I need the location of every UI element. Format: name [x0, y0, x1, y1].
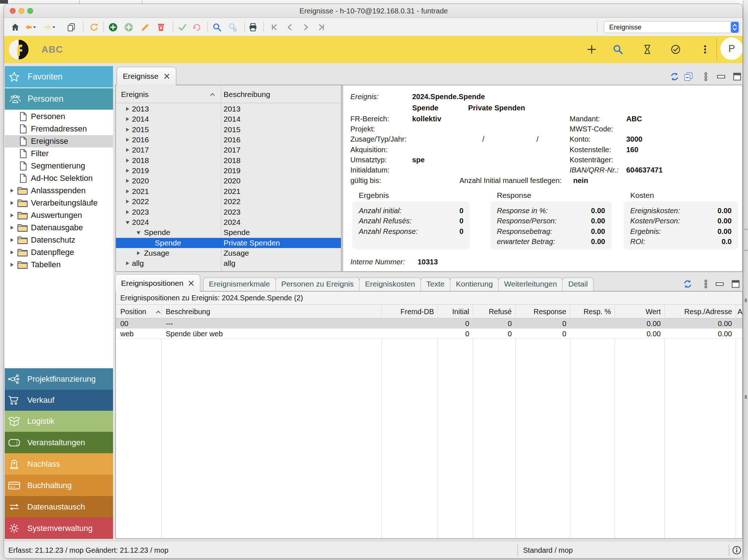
panel-more-button[interactable]	[700, 71, 711, 82]
caret-right-icon[interactable]	[125, 158, 130, 163]
sidebar-module-systemverwaltung[interactable]: Systemverwaltung	[5, 518, 113, 539]
sidebar-item-tabellen[interactable]: Tabellen	[5, 259, 113, 271]
appbar-tasks-button[interactable]	[669, 42, 683, 56]
sidebar-module-buchhaltung[interactable]: Buchhaltung	[5, 475, 113, 496]
caret-right-icon[interactable]	[125, 199, 130, 204]
tree-row[interactable]: 20232023	[116, 207, 341, 217]
sidebar-module-projektfinanzierung[interactable]: Projektfinanzierung	[5, 368, 113, 390]
toolbar-add-copy-button[interactable]	[123, 22, 136, 33]
caret-right-icon[interactable]	[9, 188, 15, 193]
column-header-beschreibung[interactable]: Beschreibung	[166, 305, 210, 318]
caret-right-icon[interactable]	[9, 200, 15, 206]
tree-row[interactable]: 20172017	[116, 145, 341, 155]
tree-row[interactable]: ZusageZusage	[116, 248, 341, 258]
appbar-search-button[interactable]	[611, 42, 625, 56]
toolbar-search-button[interactable]	[212, 22, 224, 33]
caret-right-icon[interactable]	[125, 168, 130, 173]
panel-refresh-button[interactable]	[669, 71, 680, 82]
column-header-a[interactable]: A	[737, 305, 742, 318]
panel-minimize-button[interactable]	[716, 71, 727, 82]
toolbar-nav-next-button[interactable]	[300, 22, 313, 33]
toolbar-delete-button[interactable]	[156, 22, 168, 33]
tab-ereignispositionen[interactable]: Ereignispositionen	[115, 274, 200, 292]
tree-row[interactable]: allgallg	[116, 258, 341, 268]
tree-row[interactable]: 20212021	[116, 186, 341, 196]
sidebar-item-filter[interactable]: Filter	[5, 147, 113, 160]
tree-row[interactable]: 20142014	[116, 114, 341, 124]
tab-kontierung[interactable]: Kontierung	[450, 277, 499, 291]
appbar-history-button[interactable]	[640, 42, 654, 56]
tree-row[interactable]: SpendePrivate Spenden	[116, 238, 341, 248]
sidebar-module-datenaustausch[interactable]: Datenaustausch	[5, 496, 113, 518]
appbar-more-button[interactable]	[698, 42, 712, 56]
caret-right-icon[interactable]	[125, 127, 130, 132]
sidebar-item-fremdadressen[interactable]: Fremdadressen	[5, 123, 113, 135]
context-selector[interactable]: Ereignisse	[604, 21, 740, 33]
caret-right-icon[interactable]	[125, 117, 130, 122]
sidebar-item-verarbeitungsl-ufe[interactable]: Verarbeitungsläufe	[5, 197, 113, 209]
toolbar-confirm-button[interactable]	[177, 22, 189, 33]
column-header-resp-adresse[interactable]: Resp./Adresse	[652, 305, 732, 318]
sidebar-item-ad-hoc-selektion[interactable]: Ad-Hoc Selektion	[5, 172, 113, 184]
close-icon[interactable]	[164, 73, 170, 80]
caret-right-icon[interactable]	[125, 106, 130, 111]
tree-column-header-ereignis[interactable]: Ereignis	[121, 85, 149, 103]
toolbar-back-button[interactable]	[24, 22, 39, 33]
sidebar-module-verkauf[interactable]: Verkauf	[5, 390, 113, 411]
tree-row[interactable]: 20162016	[116, 135, 341, 145]
tab-personen-zu-ereignis[interactable]: Personen zu Ereignis	[276, 277, 360, 291]
sidebar-item-auswertungen[interactable]: Auswertungen	[5, 209, 113, 222]
toolbar-undo-button[interactable]	[191, 22, 204, 33]
caret-right-icon[interactable]	[125, 178, 130, 183]
column-header-wert[interactable]: Wert	[581, 305, 661, 318]
appbar-add-button[interactable]	[585, 42, 599, 56]
caret-down-icon[interactable]	[125, 220, 130, 225]
tab-ereignismerkmale[interactable]: Ereignismerkmale	[203, 277, 276, 291]
sidebar-item-ereignisse[interactable]: Ereignisse	[5, 135, 113, 147]
tree-row[interactable]: 20132013	[116, 104, 341, 114]
tree-row[interactable]: 20192019	[116, 166, 341, 176]
tab-detail[interactable]: Detail	[562, 277, 594, 291]
toolbar-add-button[interactable]	[108, 22, 120, 33]
toolbar-duplicate-window-button[interactable]	[66, 22, 78, 33]
caret-down-icon[interactable]	[136, 230, 141, 235]
tree-row[interactable]: 20152015	[116, 125, 341, 135]
tree-row[interactable]: 20202020	[116, 176, 341, 186]
toolbar-nav-last-button[interactable]	[316, 22, 328, 33]
user-avatar[interactable]: P	[720, 37, 743, 60]
caret-right-icon[interactable]	[125, 210, 130, 215]
sidebar-item-datenschutz[interactable]: Datenschutz	[5, 234, 113, 246]
tree-row[interactable]: SpendeSpende	[116, 227, 341, 238]
tab-ereignisse[interactable]: Ereignisse	[117, 67, 176, 85]
caret-right-icon[interactable]	[125, 147, 130, 153]
toolbar-edit-button[interactable]	[140, 22, 152, 33]
caret-right-icon[interactable]	[9, 225, 15, 230]
table-row[interactable]: 00---0000.000.00	[116, 318, 742, 329]
panel-minimize-button[interactable]	[714, 279, 725, 289]
dropdown-stepper-icon[interactable]	[731, 22, 739, 33]
toolbar-forward-button[interactable]	[43, 22, 58, 33]
sidebar-module-logistik[interactable]: Logistik	[5, 411, 113, 432]
toolbar-search-detail-button[interactable]	[227, 22, 240, 33]
sidebar-item-datenpflege[interactable]: Datenpflege	[5, 246, 113, 259]
panel-window-list-button[interactable]	[683, 71, 694, 82]
caret-right-icon[interactable]	[9, 250, 15, 255]
toolbar-print-button[interactable]	[248, 22, 260, 33]
toolbar-nav-first-button[interactable]	[269, 22, 281, 33]
caret-right-icon[interactable]	[9, 238, 15, 243]
panel-maximize-button[interactable]	[732, 71, 743, 82]
sidebar-item-datenausgabe[interactable]: Datenausgabe	[5, 222, 113, 234]
tab-texte[interactable]: Texte	[421, 277, 450, 291]
sidebar-item-anlassspenden[interactable]: Anlassspenden	[5, 184, 113, 197]
sidebar-section-personen[interactable]: Personen	[5, 88, 113, 110]
tree-row[interactable]: 20222022	[116, 196, 341, 207]
caret-right-icon[interactable]	[136, 251, 141, 256]
tab-weiterleitungen[interactable]: Weiterleitungen	[498, 277, 563, 291]
sidebar-section-favoriten[interactable]: Favoriten	[5, 66, 113, 88]
sidebar-item-segmentierung[interactable]: Segmentierung	[5, 160, 113, 172]
sidebar-module-veranstaltungen[interactable]: Veranstaltungen	[5, 432, 113, 453]
tab-ereigniskosten[interactable]: Ereigniskosten	[359, 277, 421, 291]
column-header-position[interactable]: Position	[120, 305, 146, 318]
traffic-light-close-button[interactable]	[10, 8, 16, 14]
caret-right-icon[interactable]	[125, 137, 130, 142]
